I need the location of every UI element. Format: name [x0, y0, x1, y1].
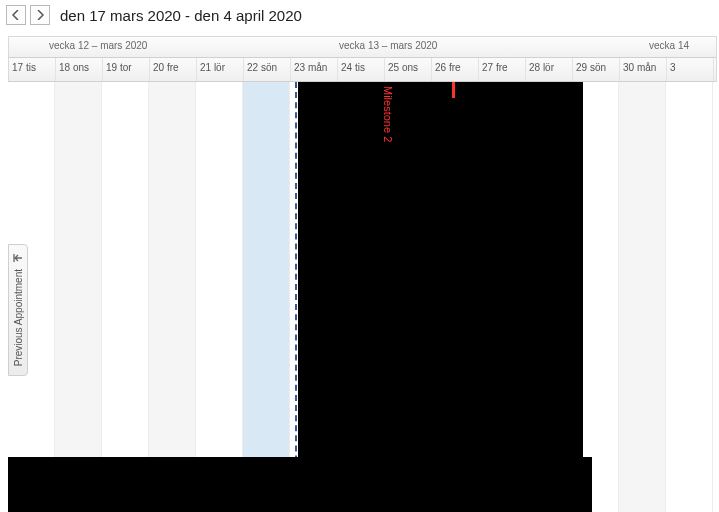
day-header[interactable]: 22 sön [244, 58, 291, 81]
day-header[interactable]: 20 fre [150, 58, 197, 81]
previous-appointment-label: Previous Appointment [13, 269, 24, 366]
week-ruler: vecka 12 – mars 2020 vecka 13 – mars 202… [8, 36, 717, 58]
day-header[interactable]: 30 mån [620, 58, 667, 81]
day-column[interactable] [243, 82, 290, 512]
day-header[interactable]: 28 lör [526, 58, 573, 81]
date-range-title: den 17 mars 2020 - den 4 april 2020 [54, 7, 302, 24]
day-header[interactable]: 25 ons [385, 58, 432, 81]
day-column[interactable] [196, 82, 243, 512]
day-column[interactable] [55, 82, 102, 512]
arrow-left-bar-icon [13, 253, 23, 263]
day-header[interactable]: 19 tor [103, 58, 150, 81]
day-header[interactable]: 18 ons [56, 58, 103, 81]
day-ruler: 17 tis18 ons19 tor20 fre21 lör22 sön23 m… [8, 58, 717, 82]
day-column[interactable] [102, 82, 149, 512]
chevron-left-icon [12, 10, 20, 20]
top-toolbar: den 17 mars 2020 - den 4 april 2020 [0, 0, 719, 30]
appointment-block-bottom[interactable] [8, 457, 592, 512]
previous-appointment-button[interactable]: Previous Appointment [8, 244, 28, 376]
day-column[interactable] [666, 82, 713, 512]
week-label: vecka 12 – mars 2020 [49, 40, 147, 51]
day-header[interactable]: 17 tis [9, 58, 56, 81]
day-header[interactable]: 3 [667, 58, 714, 81]
day-header[interactable]: 29 sön [573, 58, 620, 81]
week-label: vecka 13 – mars 2020 [339, 40, 437, 51]
day-header[interactable]: 27 fre [479, 58, 526, 81]
milestone-label: Milestone 2 [382, 86, 394, 142]
day-header[interactable]: 26 fre [432, 58, 479, 81]
timeline-grid[interactable]: Milestone 2 [8, 82, 717, 512]
day-column[interactable] [619, 82, 666, 512]
day-header[interactable]: 24 tis [338, 58, 385, 81]
week-label: vecka 14 [649, 40, 689, 51]
day-header[interactable]: 23 mån [291, 58, 338, 81]
next-button[interactable] [30, 5, 50, 25]
chevron-right-icon [36, 10, 44, 20]
day-header[interactable]: 21 lör [197, 58, 244, 81]
milestone-marker [452, 82, 455, 98]
appointment-block[interactable] [298, 82, 583, 457]
prev-button[interactable] [6, 5, 26, 25]
day-column[interactable] [149, 82, 196, 512]
